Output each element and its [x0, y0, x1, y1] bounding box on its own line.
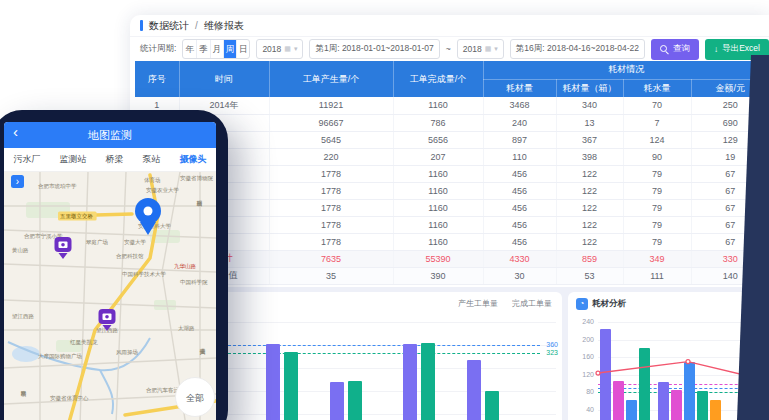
- table-cell: 340: [556, 97, 623, 114]
- map-label: 安徽省体育中心: [50, 395, 89, 402]
- table-cell: 1778: [269, 233, 393, 250]
- bar-series4-group1: [710, 400, 721, 420]
- map-expand-button[interactable]: ›: [11, 175, 24, 188]
- total-row: 合计7635553904330859349330: [135, 250, 769, 267]
- map-label: 合肥科技馆: [116, 253, 144, 260]
- back-chevron-icon[interactable]: ‹: [13, 123, 18, 140]
- week-from-input[interactable]: 第1周: 2018-01-01~2018-01-07: [309, 39, 439, 59]
- chevron-down-icon: ▾: [494, 45, 498, 53]
- period-option-月[interactable]: 月: [210, 40, 223, 58]
- breadcrumb-section[interactable]: 数据统计: [149, 19, 189, 33]
- table-cell: 5645: [269, 131, 393, 148]
- workorder-chart-card: 产生工单量 完成工单量 360323: [210, 292, 562, 420]
- table-cell: 79: [623, 216, 691, 233]
- table-cell: 456: [483, 182, 556, 199]
- table-row: 177811604561227967: [135, 165, 769, 182]
- map-label: 安徽省博物院: [180, 175, 214, 182]
- map-label: 安徽大学: [124, 239, 147, 246]
- table-cell: 4330: [483, 250, 556, 267]
- bar-produced-4: [467, 360, 481, 420]
- download-icon: ↓: [714, 44, 718, 54]
- map-label: 九华山路: [174, 263, 197, 269]
- search-button[interactable]: 查询: [651, 39, 699, 60]
- table-row: 177811604561227967: [135, 182, 769, 199]
- breadcrumb: 数据统计 / 维修报表: [130, 15, 769, 37]
- map-label: 望江西路: [12, 313, 35, 320]
- y-tick-label: 200: [570, 336, 594, 343]
- map-label: 五里墩立交桥: [60, 213, 94, 220]
- column-header: 时间: [179, 61, 269, 97]
- phone-app-header: ‹ 地图监测: [4, 122, 216, 148]
- table-cell: 456: [483, 216, 556, 233]
- table-cell: 1160: [393, 165, 483, 182]
- bar-completed-4: [485, 391, 499, 420]
- phone-tab-监测站[interactable]: 监测站: [60, 153, 87, 166]
- map-label: 安徽农业大学: [146, 187, 180, 194]
- year-from-select[interactable]: 2018▦▾: [256, 39, 303, 59]
- table-cell: 11921: [269, 97, 393, 114]
- table-cell: 79: [623, 182, 691, 199]
- table-cell: 124: [623, 131, 691, 148]
- bar-completed-2: [348, 381, 362, 420]
- table-cell: 5656: [393, 131, 483, 148]
- table-cell: 240: [483, 114, 556, 131]
- gridline: [228, 322, 556, 323]
- phone-tab-桥梁[interactable]: 桥梁: [106, 153, 124, 166]
- table-cell: 390: [393, 267, 483, 284]
- gridline: [598, 322, 765, 323]
- phone-tab-泵站[interactable]: 泵站: [143, 153, 161, 166]
- table-cell: 70: [623, 97, 691, 114]
- calendar-icon: ▦: [284, 45, 291, 53]
- bar-completed-1: [284, 352, 298, 420]
- week-to-input[interactable]: 第16周: 2018-04-16~2018-04-22: [510, 39, 645, 59]
- chevron-down-icon: ▾: [294, 45, 298, 53]
- group-header: 耗材情况: [483, 61, 769, 79]
- table-cell: 79: [623, 233, 691, 250]
- table-cell: 110: [483, 148, 556, 165]
- table-cell: 3468: [483, 97, 556, 114]
- map-label: 太湖路: [178, 325, 195, 331]
- reference-line-label: 323: [546, 349, 558, 356]
- column-header: 工单产生量/个: [269, 61, 393, 97]
- table-cell: 1160: [393, 216, 483, 233]
- period-option-年[interactable]: 年: [183, 40, 196, 58]
- period-option-季[interactable]: 季: [196, 40, 209, 58]
- table-cell: 1778: [269, 182, 393, 199]
- map-label: 体育场: [144, 177, 161, 184]
- period-option-周[interactable]: 周: [223, 40, 236, 58]
- phone-mockup: ‹ 地图监测 污水厂监测站桥梁泵站摄像头: [0, 110, 228, 420]
- table-cell: 90: [623, 148, 691, 165]
- table-cell: 897: [483, 131, 556, 148]
- bar-series1-group0: [613, 381, 624, 420]
- legend-item-produced[interactable]: 产生工单量: [458, 298, 498, 309]
- table-cell: 1778: [269, 199, 393, 216]
- column-header: 工单完成量/个: [393, 61, 483, 97]
- bar-series0-group1: [658, 382, 669, 420]
- table-row: 56455656897367124129: [135, 131, 769, 148]
- table-cell: 122: [556, 199, 623, 216]
- phone-map-area[interactable]: 合肥市琥珀中学体育场安徽农业大学安徽省博物院桐城路五里墩立交桥安徽医科大学合肥市…: [4, 172, 216, 420]
- city-map[interactable]: 合肥市琥珀中学体育场安徽农业大学安徽省博物院桐城路五里墩立交桥安徽医科大学合肥市…: [4, 172, 216, 420]
- svg-text:›: ›: [16, 176, 19, 187]
- table-cell: 35: [269, 267, 393, 284]
- show-all-button[interactable]: 全部: [176, 378, 215, 417]
- year-to-select[interactable]: 2018▦▾: [457, 39, 504, 59]
- page-title: 维修报表: [204, 19, 244, 33]
- table-cell: 220: [269, 148, 393, 165]
- legend-item-completed[interactable]: 完成工单量: [512, 298, 552, 309]
- bar-series3-group0: [639, 348, 650, 420]
- phone-tab-污水厂[interactable]: 污水厂: [14, 153, 41, 166]
- period-option-日[interactable]: 日: [236, 40, 249, 58]
- bar-produced-2: [330, 382, 344, 420]
- svg-text:全部: 全部: [186, 393, 204, 403]
- table-cell: 122: [556, 165, 623, 182]
- map-label: 中国科学技术大学: [122, 271, 167, 278]
- bar-completed-3: [421, 343, 435, 420]
- table-cell: 55390: [393, 250, 483, 267]
- phone-tab-摄像头[interactable]: 摄像头: [180, 153, 207, 166]
- gridline: [598, 340, 765, 341]
- table-cell: 1778: [269, 216, 393, 233]
- table-cell: 786: [393, 114, 483, 131]
- table-row: 177811604561227967: [135, 199, 769, 216]
- table-cell: 1778: [269, 165, 393, 182]
